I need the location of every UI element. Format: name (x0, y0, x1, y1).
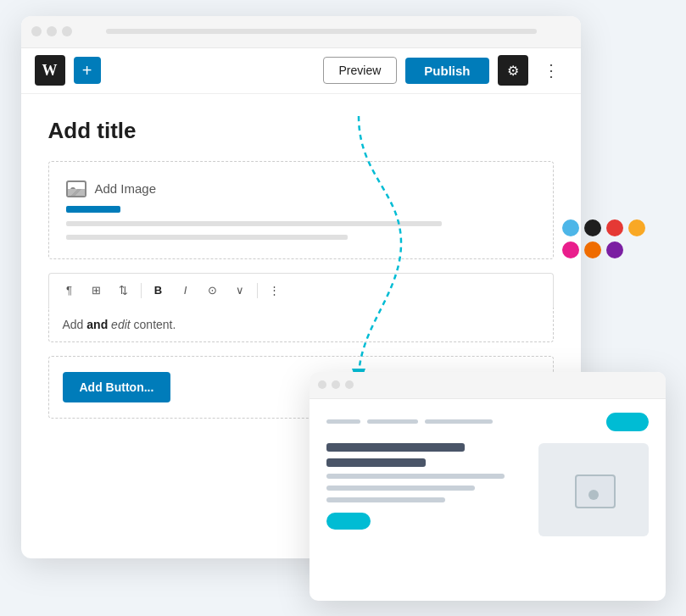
color-dot-purple[interactable] (606, 241, 623, 258)
arrows-button[interactable]: ⇅ (112, 279, 136, 302)
image-placeholder: Add Image (66, 180, 536, 197)
editor-toolbar: W + Preview Publish ⚙ ⋮ (21, 48, 581, 94)
color-dot-orange[interactable] (584, 241, 601, 258)
gear-icon: ⚙ (507, 63, 519, 79)
wp-logo: W (35, 55, 65, 86)
bold-button[interactable]: B (147, 279, 170, 302)
editor-title-placeholder[interactable]: Add title (48, 118, 554, 144)
preview-text-3 (326, 497, 445, 502)
color-dot-light-blue[interactable] (562, 219, 579, 236)
preview-button[interactable]: Preview (323, 57, 398, 84)
preview-nav-bar-3 (425, 419, 493, 424)
text-bold: and (86, 318, 108, 331)
titlebar-url-bar (106, 29, 537, 34)
preview-nav-bar-1 (326, 419, 360, 424)
color-dot-dark[interactable] (584, 219, 601, 236)
link-button[interactable]: ⊙ (201, 279, 225, 302)
settings-button[interactable]: ⚙ (498, 55, 528, 86)
preview-dot-3 (345, 380, 354, 389)
text-prefix: Add (63, 318, 87, 331)
preview-cta-button (326, 513, 371, 530)
preview-window (310, 372, 666, 601)
image-block-line-gray-2 (66, 235, 348, 240)
preview-titlebar (310, 372, 666, 399)
image-block[interactable]: Add Image (48, 161, 554, 259)
fmt-divider-2 (257, 283, 258, 298)
chevron-button[interactable]: ∨ (228, 279, 252, 302)
color-palette (562, 219, 645, 258)
traffic-light-minimize (47, 26, 57, 36)
color-dot-pink[interactable] (562, 241, 579, 258)
image-block-line-blue (66, 206, 120, 213)
preview-body (326, 443, 649, 536)
preview-nav (326, 413, 649, 431)
window-titlebar (21, 16, 581, 48)
fmt-divider-1 (141, 283, 142, 298)
text-block[interactable]: Add and edit content. (48, 308, 554, 342)
text-italic: edit (111, 318, 131, 331)
text-suffix: content. (131, 318, 176, 331)
traffic-light-maximize (62, 26, 72, 36)
traffic-lights (31, 26, 72, 36)
preview-text-2 (326, 486, 476, 491)
preview-text-1 (326, 474, 505, 479)
traffic-light-close (31, 26, 42, 36)
color-dot-red[interactable] (606, 219, 623, 236)
preview-image-box (538, 443, 649, 536)
more-options-button[interactable]: ⋮ (537, 55, 567, 86)
paragraph-button[interactable]: ¶ (58, 279, 81, 302)
preview-image-icon (575, 474, 612, 505)
grid-button[interactable]: ⊞ (85, 279, 109, 302)
preview-dot-2 (332, 380, 340, 389)
preview-dot-1 (318, 380, 326, 389)
add-button-element[interactable]: Add Button... (63, 372, 171, 402)
image-block-line-gray-1 (66, 221, 442, 226)
preview-nav-cta (606, 413, 649, 431)
preview-left-content (326, 443, 525, 536)
add-image-label: Add Image (95, 181, 157, 196)
publish-button[interactable]: Publish (405, 58, 488, 84)
more-icon: ⋮ (543, 60, 561, 80)
preview-heading-2 (326, 458, 426, 467)
preview-content (310, 399, 666, 550)
preview-nav-bar-2 (367, 419, 418, 424)
add-new-button[interactable]: + (74, 57, 101, 84)
more-format-button[interactable]: ⋮ (263, 279, 287, 302)
image-icon (66, 180, 86, 197)
color-dot-yellow[interactable] (628, 219, 645, 236)
format-toolbar: ¶ ⊞ ⇅ B I ⊙ ∨ ⋮ (48, 273, 554, 308)
preview-heading-1 (326, 443, 466, 452)
italic-button[interactable]: I (174, 279, 198, 302)
